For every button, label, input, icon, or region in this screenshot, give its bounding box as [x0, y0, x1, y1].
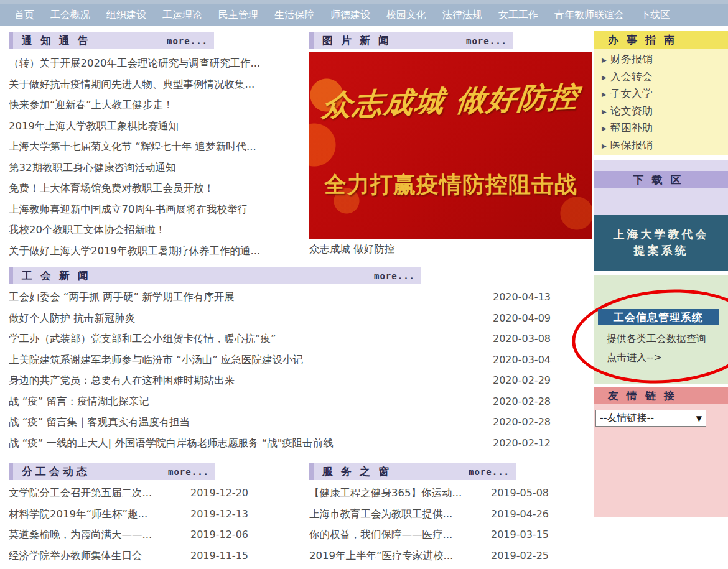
notice-item[interactable]: 2019年上海大学教职工象棋比赛通知 [9, 116, 306, 137]
nav-item-campus-culture[interactable]: 校园文化 [378, 9, 434, 22]
news-row: 上美院建筑系谢建军老师参与临汾市 “小汤山” 应急医院建设小记 2020-03-… [9, 349, 556, 371]
news-date: 2020-02-12 [493, 433, 556, 454]
banner-slogan-line2: 全力打赢疫情防控阻击战 [309, 170, 592, 200]
union-info-system-box: 工会信息管理系统 提供各类工会数据查询 点击进入--> [594, 275, 728, 384]
photo-news-more-link[interactable]: more... [466, 36, 507, 46]
photo-news-caption[interactable]: 众志成城 做好防控 [309, 243, 592, 256]
triangle-bullet-icon: ▶ [602, 57, 607, 63]
triangle-bullet-icon: ▶ [602, 125, 607, 132]
branch-news-title: 分工会动态 [22, 465, 90, 479]
triangle-bullet-icon: ▶ [602, 74, 607, 81]
nav-item-laws[interactable]: 法律法规 [434, 9, 490, 22]
news-row: 战 “疫” 一线的上大人| 外国语学院白岸杨老师志愿服务 “战"疫阻击前线 20… [9, 433, 556, 454]
news-date: 2019-12-13 [190, 504, 254, 525]
sidebar: 办事指南 ▶财务报销 ▶入会转会 ▶子女入学 ▶论文资助 ▶帮困补助 ▶医保报销… [594, 31, 728, 517]
news-link[interactable]: 学工办（武装部）党支部和工会小组贺卡传情，暖心抗“疫” [9, 328, 493, 349]
news-date: 2019-02-25 [491, 545, 554, 567]
notice-item[interactable]: 上海教师喜迎新中国成立70周年书画展将在我校举行 [9, 199, 306, 220]
service-guide-box: 办事指南 ▶财务报销 ▶入会转会 ▶子女入学 ▶论文资助 ▶帮困补助 ▶医保报销 [594, 31, 728, 155]
news-row: 【健康工程之健身365】你运动... 2019-05-08 [309, 483, 558, 504]
news-date: 2019-12-20 [190, 483, 254, 504]
union-info-system-enter-link[interactable]: 点击进入--> [607, 348, 706, 367]
nav-item-home[interactable]: 首页 [6, 9, 42, 22]
news-row: 2019年上半年“医疗专家进校... 2019-02-25 [309, 545, 558, 567]
notice-item[interactable]: （转）关于开展2020年工会理论研究与调查研究工作... [9, 53, 306, 74]
photo-news-section: 图片新闻 more... 众志成城 做好防控 全力打赢疫情防控阻击战 众志成城 … [309, 32, 592, 256]
branch-news-more-link[interactable]: more... [168, 467, 209, 477]
notice-item[interactable]: 关于做好抗击疫情期间先进人物、典型事例情况收集... [9, 74, 306, 95]
news-link[interactable]: 工会妇委会 “两手抓 两手硬” 新学期工作有序开展 [9, 287, 493, 308]
nav-item-women-work[interactable]: 女工工作 [490, 9, 546, 22]
notice-item[interactable]: 我校20个教职工文体协会招新啦！ [9, 220, 306, 241]
union-info-system-desc[interactable]: 提供各类工会数据查询 点击进入--> [607, 330, 706, 367]
news-link[interactable]: 战 “疫” 留言：疫情湖北探亲记 [9, 391, 493, 412]
nav-item-downloads[interactable]: 下载区 [632, 9, 678, 22]
notice-item[interactable]: 免费！上大体育场馆免费对教职工会员开放！ [9, 178, 306, 199]
news-date: 2020-03-08 [493, 328, 556, 349]
guide-item[interactable]: ▶入会转会 [602, 68, 728, 86]
news-row: 你的权益，我们保障——医疗... 2019-03-15 [309, 524, 558, 545]
service-window-header: 服务之窗 more... [309, 463, 516, 480]
guide-item[interactable]: ▶财务报销 [602, 51, 728, 68]
guide-item[interactable]: ▶医保报销 [602, 137, 728, 154]
news-link[interactable]: 战 “疫” 留言集｜客观真实有温度有担当 [9, 412, 493, 433]
notices-section: 通知通告 more... （转）关于开展2020年工会理论研究与调查研究工作..… [9, 32, 306, 261]
friendly-links-dropdown-value: --友情链接-- [600, 412, 654, 425]
proposal-system-line2: 提案系统 [634, 243, 689, 259]
union-news-list: 工会妇委会 “两手抓 两手硬” 新学期工作有序开展 2020-04-13 做好个… [9, 287, 556, 453]
guide-item[interactable]: ▶帮困补助 [602, 119, 728, 137]
nav-item-union-overview[interactable]: 工会概况 [42, 9, 98, 22]
notice-item[interactable]: 快来参加“迎新春”上大教工健步走！ [9, 95, 306, 116]
news-link[interactable]: 上海市教育工会为教职工提供... [309, 504, 491, 525]
friendly-links-dropdown[interactable]: --友情链接-- ▼ [595, 410, 706, 427]
news-row: 学工办（武装部）党支部和工会小组贺卡传情，暖心抗“疫” 2020-03-08 [9, 328, 556, 349]
proposal-system-banner[interactable]: 上海大学教代会 提案系统 [594, 215, 728, 271]
news-date: 2020-02-28 [493, 412, 556, 433]
nav-item-young-teachers[interactable]: 青年教师联谊会 [546, 9, 632, 22]
triangle-bullet-icon: ▶ [602, 142, 607, 149]
guide-item[interactable]: ▶子女入学 [602, 85, 728, 103]
nav-item-teacher-ethics[interactable]: 师德建设 [322, 9, 378, 22]
guide-item[interactable]: ▶论文资助 [602, 103, 728, 120]
notice-item[interactable]: 关于做好上海大学2019年教职工暑期疗休养工作的通... [9, 241, 306, 262]
chevron-down-icon: ▼ [696, 414, 702, 423]
news-link[interactable]: 身边的共产党员：总要有人在这种困难时期站出来 [9, 370, 493, 391]
notices-header: 通知通告 more... [9, 32, 214, 49]
photo-news-header: 图片新闻 more... [309, 32, 513, 49]
notice-item[interactable]: 第32期教职工身心健康咨询活动通知 [9, 157, 306, 178]
union-info-system-desc-line1: 提供各类工会数据查询 [607, 330, 706, 348]
news-link[interactable]: 战 “疫” 一线的上大人| 外国语学院白岸杨老师志愿服务 “战"疫阻击前线 [9, 433, 493, 454]
service-window-title: 服务之窗 [322, 465, 397, 479]
news-link[interactable]: 莫道桑榆晚，为霞尚满天——... [9, 524, 190, 545]
news-link[interactable]: 【健康工程之健身365】你运动... [309, 483, 491, 504]
branch-news-list: 文学院分工会召开第五届二次... 2019-12-20 材料学院2019年“师生… [9, 483, 258, 566]
news-row: 莫道桑榆晚，为霞尚满天——... 2019-12-06 [9, 524, 258, 545]
news-link[interactable]: 做好个人防护 抗击新冠肺炎 [9, 308, 493, 329]
nav-item-life-security[interactable]: 生活保障 [266, 9, 322, 22]
news-link[interactable]: 2019年上半年“医疗专家进校... [309, 545, 491, 567]
union-news-section: 工会新闻 more... 工会妇委会 “两手抓 两手硬” 新学期工作有序开展 2… [9, 267, 556, 453]
union-news-more-link[interactable]: more... [374, 271, 415, 281]
nav-item-labor-theory[interactable]: 工运理论 [154, 9, 210, 22]
news-link[interactable]: 你的权益，我们保障——医疗... [309, 524, 491, 545]
download-zone-header[interactable]: 下载区 [594, 171, 728, 188]
news-date: 2020-02-28 [493, 391, 556, 412]
nav-item-organization[interactable]: 组织建设 [98, 9, 154, 22]
notice-item[interactable]: 上海大学第十七届菊文化节 “辉煌七十年 追梦新时代... [9, 136, 306, 157]
service-window-more-link[interactable]: more... [469, 467, 510, 477]
service-guide-header: 办事指南 [594, 31, 728, 49]
news-date: 2020-04-09 [493, 308, 556, 329]
news-date: 2019-05-08 [491, 483, 554, 504]
service-guide-list: ▶财务报销 ▶入会转会 ▶子女入学 ▶论文资助 ▶帮困补助 ▶医保报销 [594, 51, 728, 154]
photo-news-banner-image[interactable]: 众志成城 做好防控 全力打赢疫情防控阻击战 [309, 52, 592, 239]
union-news-title: 工会新闻 [22, 269, 96, 283]
news-link[interactable]: 材料学院2019年“师生杯”趣... [9, 504, 190, 525]
triangle-bullet-icon: ▶ [602, 108, 607, 115]
news-link[interactable]: 文学院分工会召开第五届二次... [9, 483, 190, 504]
notices-more-link[interactable]: more... [167, 36, 208, 46]
news-link[interactable]: 经济学院举办教师集体生日会 [9, 545, 190, 567]
union-info-system-link[interactable]: 工会信息管理系统 [598, 309, 719, 325]
nav-item-democratic-mgmt[interactable]: 民主管理 [210, 9, 266, 22]
news-row: 材料学院2019年“师生杯”趣... 2019-12-13 [9, 504, 258, 525]
news-link[interactable]: 上美院建筑系谢建军老师参与临汾市 “小汤山” 应急医院建设小记 [9, 349, 493, 371]
